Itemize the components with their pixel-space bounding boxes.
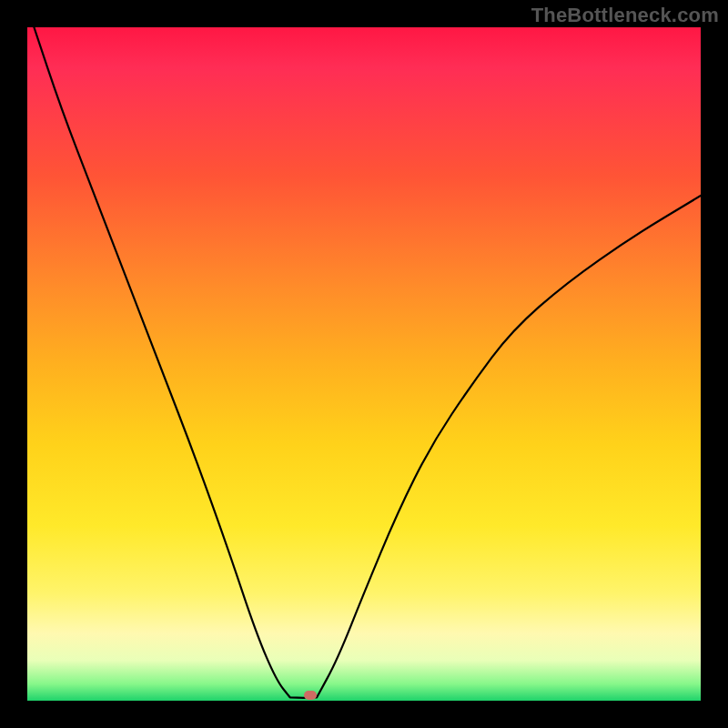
curve-path — [34, 27, 701, 698]
chart-frame: TheBottleneck.com — [0, 0, 728, 728]
bottleneck-curve — [27, 27, 701, 701]
optimum-marker — [304, 691, 317, 700]
watermark-label: TheBottleneck.com — [531, 4, 719, 27]
plot-area — [27, 27, 701, 701]
